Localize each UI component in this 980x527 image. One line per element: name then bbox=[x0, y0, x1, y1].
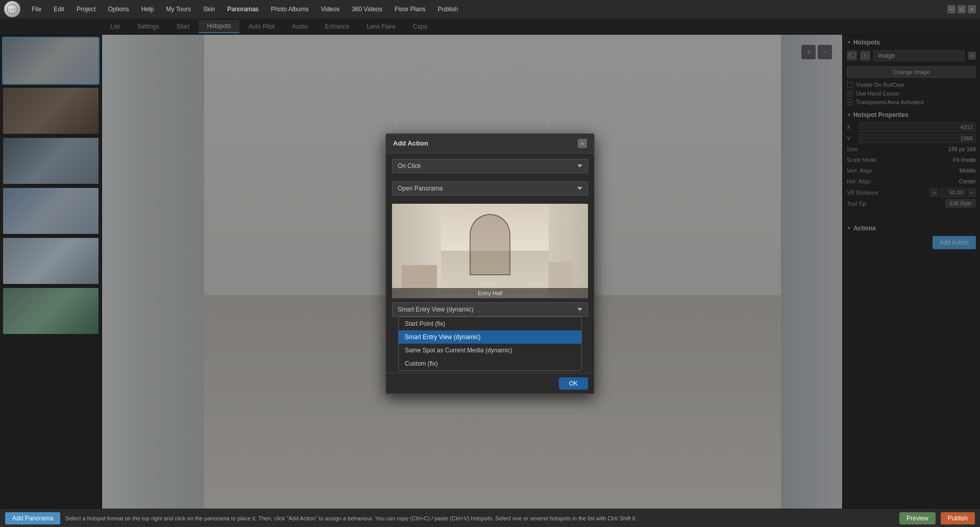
preview-arch bbox=[470, 214, 510, 275]
panorama-preview-inner bbox=[392, 204, 588, 298]
menu-panoramas[interactable]: Panoramas bbox=[222, 4, 263, 15]
publish-button[interactable]: Publish bbox=[941, 512, 975, 524]
dialog-ok-button[interactable]: OK bbox=[559, 377, 588, 390]
view-select[interactable]: Smart Entry View (dynamic) bbox=[392, 302, 588, 317]
menu-publish[interactable]: Publish bbox=[433, 4, 463, 15]
dialog-footer: OK bbox=[386, 373, 594, 394]
dialog-body: On Click Open Panorama bbox=[386, 154, 594, 373]
menu-edit[interactable]: Edit bbox=[48, 4, 69, 15]
menu-my-tours[interactable]: My Tours bbox=[161, 4, 195, 15]
add-panorama-button[interactable]: Add Panorama bbox=[5, 512, 60, 524]
menu-help[interactable]: Help bbox=[136, 4, 159, 15]
menu-skin[interactable]: Skin bbox=[198, 4, 220, 15]
dialog-title: Add Action bbox=[393, 139, 428, 147]
status-text: Select a hotspot format on the top right… bbox=[65, 515, 894, 521]
dialog-close-button[interactable]: × bbox=[578, 139, 587, 148]
modal-overlay: Add Action × On Click Open Panorama bbox=[0, 18, 980, 509]
trigger-select[interactable]: On Click bbox=[392, 159, 588, 173]
bottom-bar: Add Panorama Select a hotspot format on … bbox=[0, 509, 980, 527]
view-dropdown-container: Smart Entry View (dynamic) Start Point (… bbox=[392, 302, 588, 317]
dialog-title-bar: Add Action × bbox=[386, 134, 594, 154]
close-window-button[interactable]: × bbox=[968, 5, 976, 13]
preview-button[interactable]: Preview bbox=[899, 512, 936, 524]
menu-floor-plans[interactable]: Floor Plans bbox=[389, 4, 431, 15]
maximize-button[interactable]: □ bbox=[958, 5, 966, 13]
dropdown-option-1[interactable]: Smart Entry View (dynamic) bbox=[399, 330, 581, 344]
window-controls: ─ □ × bbox=[947, 5, 976, 13]
minimize-button[interactable]: ─ bbox=[947, 5, 955, 13]
menu-options[interactable]: Options bbox=[103, 4, 134, 15]
menu-360-videos[interactable]: 360 Videos bbox=[347, 4, 387, 15]
action-select[interactable]: Open Panorama bbox=[392, 181, 588, 196]
dropdown-option-3[interactable]: Custom (fix) bbox=[399, 357, 581, 370]
menu-file[interactable]: File bbox=[27, 4, 46, 15]
dropdown-option-2[interactable]: Same Spot as Current Media (dynamic) bbox=[399, 344, 581, 357]
panorama-preview-label: Entry Hall bbox=[392, 288, 588, 298]
menu-bar: File Edit Project Options Help My Tours … bbox=[0, 0, 980, 18]
panorama-preview: Entry Hall bbox=[392, 204, 588, 298]
dropdown-option-0[interactable]: Start Point (fix) bbox=[399, 317, 581, 330]
menu-project[interactable]: Project bbox=[71, 4, 101, 15]
view-dropdown-popup: Start Point (fix) Smart Entry View (dyna… bbox=[398, 317, 582, 371]
menu-photo-albums[interactable]: Photo Albums bbox=[266, 4, 314, 15]
menu-videos[interactable]: Videos bbox=[316, 4, 345, 15]
app-logo bbox=[4, 1, 20, 17]
add-action-dialog: Add Action × On Click Open Panorama bbox=[385, 133, 595, 394]
